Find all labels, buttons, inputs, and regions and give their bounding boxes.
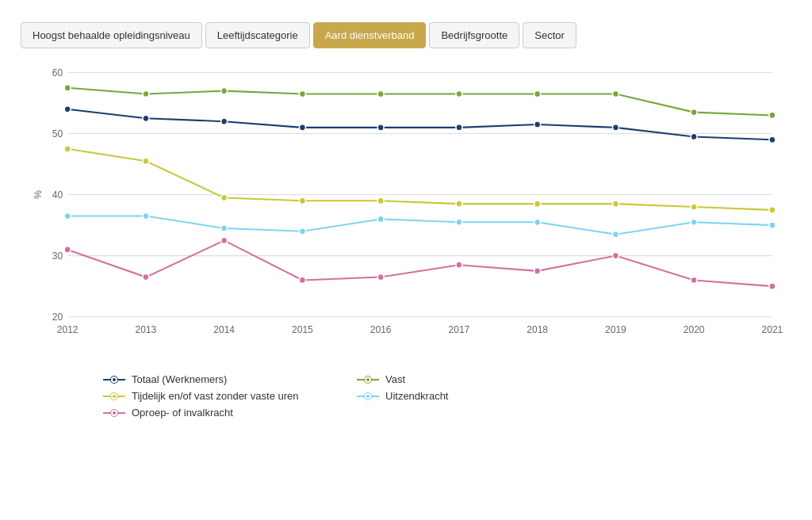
svg-point-22 (143, 115, 149, 121)
svg-point-25 (377, 124, 384, 131)
svg-text:2012: 2012 (57, 324, 79, 335)
svg-text:40: 40 (52, 189, 63, 201)
svg-point-21 (64, 106, 71, 113)
svg-point-23 (221, 118, 228, 124)
svg-text:50: 50 (52, 128, 63, 140)
legend-item: Totaal (Werknemers) (103, 373, 341, 385)
page-title (0, 0, 812, 22)
svg-point-61 (64, 247, 71, 253)
svg-point-53 (221, 225, 228, 231)
svg-point-46 (456, 201, 462, 207)
svg-point-68 (612, 253, 619, 259)
nav-btn-hoogst-behaalde-opleidingsniveau[interactable]: Hoogst behaalde opleidingsniveau (21, 22, 202, 48)
svg-point-54 (299, 228, 305, 235)
svg-point-47 (534, 201, 541, 207)
nav-btn-bedrijfsgrootte[interactable]: Bedrijfsgrootte (429, 22, 519, 48)
svg-text:20: 20 (52, 312, 63, 323)
svg-text:30: 30 (52, 250, 63, 262)
svg-point-39 (691, 109, 697, 116)
svg-point-49 (691, 204, 697, 210)
svg-point-66 (456, 262, 462, 268)
svg-point-56 (456, 219, 462, 225)
svg-point-59 (691, 219, 697, 225)
line-chart: 2030405060%20122013201420152016201720182… (32, 56, 788, 358)
svg-point-32 (143, 90, 149, 97)
nav-btn-leeftijdscategorie[interactable]: Leeftijdscategorie (205, 22, 310, 48)
svg-point-64 (299, 277, 305, 283)
svg-point-24 (299, 124, 305, 131)
svg-point-35 (377, 90, 384, 97)
svg-text:2020: 2020 (684, 324, 705, 335)
legend-label: Vast (385, 373, 405, 385)
svg-text:2018: 2018 (527, 324, 548, 335)
svg-point-63 (221, 237, 228, 243)
svg-point-33 (221, 88, 228, 94)
svg-point-37 (534, 90, 541, 97)
svg-point-67 (534, 268, 541, 274)
svg-point-31 (64, 85, 71, 91)
chart-legend: Totaal (Werknemers) Vast Tijdelijk en/of… (0, 365, 812, 419)
svg-text:2019: 2019 (605, 324, 626, 335)
svg-point-26 (456, 124, 462, 131)
legend-label: Tijdelijk en/of vast zonder vaste uren (132, 390, 299, 402)
svg-point-48 (612, 201, 619, 207)
svg-point-28 (612, 124, 619, 131)
legend-label: Uitzendkracht (385, 390, 448, 402)
svg-text:2017: 2017 (449, 324, 470, 335)
svg-point-69 (691, 277, 697, 283)
svg-point-60 (769, 222, 776, 228)
svg-point-27 (534, 121, 541, 128)
svg-text:%: % (33, 190, 44, 199)
svg-point-50 (769, 207, 776, 213)
svg-text:60: 60 (52, 67, 63, 78)
svg-point-38 (612, 90, 619, 97)
nav-btn-sector[interactable]: Sector (523, 22, 576, 48)
svg-point-29 (691, 133, 697, 140)
svg-point-34 (299, 90, 305, 97)
svg-text:2015: 2015 (292, 324, 313, 335)
svg-point-55 (377, 216, 384, 222)
legend-item: Vast (357, 373, 595, 385)
svg-point-41 (64, 146, 71, 152)
legend-item: Oproep- of invalkracht (103, 407, 341, 419)
svg-point-57 (534, 219, 541, 225)
svg-text:2013: 2013 (136, 324, 157, 335)
legend-label: Oproep- of invalkracht (132, 407, 233, 419)
svg-point-44 (299, 197, 305, 204)
svg-point-65 (377, 273, 384, 280)
legend-item: Uitzendkracht (357, 390, 595, 402)
svg-point-45 (377, 197, 384, 204)
svg-point-52 (143, 212, 149, 219)
nav-btn-aard-dienstverband[interactable]: Aard dienstverband (313, 22, 427, 48)
svg-text:2014: 2014 (213, 324, 235, 335)
svg-point-40 (769, 112, 776, 118)
chart-area: 2030405060%20122013201420152016201720182… (32, 56, 788, 358)
back-button[interactable] (8, 29, 17, 42)
svg-point-62 (143, 273, 149, 280)
svg-point-43 (221, 194, 228, 201)
navigation: Hoogst behaalde opleidingsniveau Leeftij… (0, 22, 812, 48)
svg-point-58 (612, 231, 619, 238)
svg-point-51 (64, 212, 71, 219)
legend-item: Tijdelijk en/of vast zonder vaste uren (103, 390, 341, 402)
svg-point-70 (769, 283, 776, 289)
svg-point-30 (769, 136, 776, 143)
svg-text:2016: 2016 (370, 324, 392, 335)
svg-text:2021: 2021 (762, 324, 783, 335)
legend-label: Totaal (Werknemers) (132, 373, 227, 385)
svg-point-36 (456, 90, 462, 97)
svg-point-42 (143, 158, 149, 164)
